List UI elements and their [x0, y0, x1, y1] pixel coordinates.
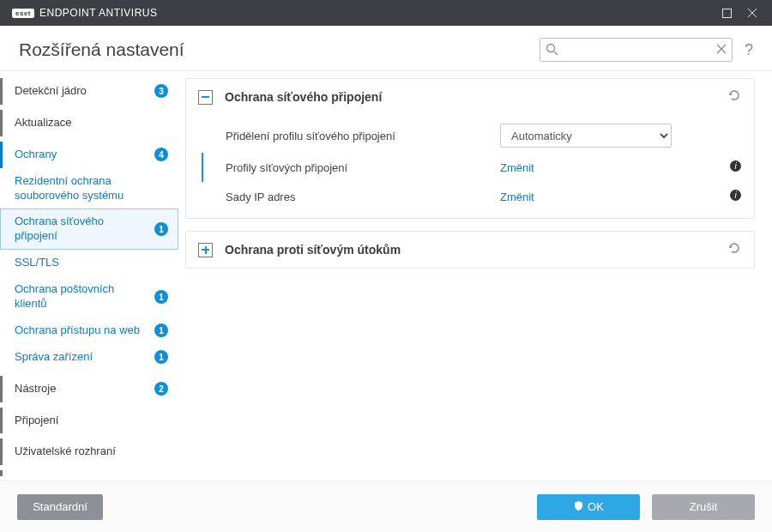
maximize-icon	[722, 9, 732, 18]
collapse-icon	[198, 90, 213, 105]
header: Rozšířená nastavení ?	[0, 26, 772, 71]
sidebar-item-label: Ochrana přístupu na web	[15, 323, 149, 338]
brand-badge: eset	[12, 9, 34, 18]
sidebar-item-nastroje[interactable]: Nástroje 2	[0, 376, 178, 402]
sidebar-item-oznameni[interactable]: Oznámení 1	[0, 470, 178, 476]
svg-line-4	[554, 51, 558, 55]
sidebar-item-ochrana-postovnich-klientu[interactable]: Ochrana poštovních klientů 1	[0, 276, 178, 317]
help-button[interactable]: ?	[745, 41, 753, 59]
sidebar-item-label: Nástroje	[15, 382, 149, 396]
svg-point-3	[546, 45, 554, 52]
row-prideleni-profilu: Přidělení profilu síťového připojení Aut…	[186, 118, 754, 153]
undo-button[interactable]	[727, 240, 742, 259]
window-maximize-button[interactable]	[714, 0, 739, 26]
sidebar-item-rezidentni-ochrana[interactable]: Rezidentní ochrana souborového systému	[0, 168, 178, 209]
brand-text: ENDPOINT ANTIVIRUS	[39, 7, 157, 19]
row-profily-sitovych-pripojeni: Profily síťových připojení Změnit i	[202, 153, 754, 182]
row-label: Přidělení profilu síťového připojení	[226, 130, 500, 142]
zmenit-link[interactable]: Změnit	[500, 161, 534, 174]
panel-title: Ochrana síťového připojení	[225, 90, 727, 104]
sidebar-item-label: Připojení	[15, 414, 168, 428]
default-button[interactable]: Standardní	[17, 494, 103, 520]
clear-search-button[interactable]	[715, 43, 727, 58]
sidebar-item-aktualizace[interactable]: Aktualizace	[0, 110, 178, 136]
shield-icon	[573, 500, 584, 514]
svg-rect-0	[722, 9, 731, 17]
sidebar-item-ochrany[interactable]: Ochrany 4	[0, 142, 178, 168]
sidebar-item-uzivatelske-rozhrani[interactable]: Uživatelské rozhraní	[0, 438, 178, 465]
expand-icon	[198, 243, 213, 257]
sidebar-item-label: Aktualizace	[15, 116, 168, 130]
cancel-button[interactable]: Zrušit	[652, 494, 755, 520]
sidebar-item-ochrana-sitoveho-pripojeni[interactable]: Ochrana síťového připojení 1	[0, 209, 178, 250]
panel-header[interactable]: Ochrana proti síťovým útokům	[186, 232, 754, 268]
count-badge: 3	[154, 84, 168, 98]
sidebar-item-label: Rezidentní ochrana souborového systému	[15, 174, 168, 203]
window-close-button[interactable]	[739, 0, 765, 26]
count-badge: 1	[154, 323, 168, 337]
panel-title: Ochrana proti síťovým útokům	[225, 243, 727, 257]
zmenit-link[interactable]: Změnit	[500, 190, 534, 203]
count-badge: 1	[154, 222, 168, 236]
count-badge: 4	[154, 148, 168, 161]
panel-ochrana-sitoveho-pripojeni: Ochrana síťového připojení Přidělení pro…	[185, 78, 755, 219]
row-label: Sady IP adres	[226, 190, 500, 203]
page-title: Rozšířená nastavení	[19, 39, 540, 60]
sidebar-item-label: Ochrany	[15, 148, 149, 162]
profil-select[interactable]: Automaticky	[500, 124, 672, 148]
sidebar-item-label: Detekční jádro	[15, 84, 149, 99]
row-label: Profily síťových připojení	[226, 161, 500, 174]
ok-button[interactable]: OK	[537, 494, 640, 520]
footer: Standardní OK Zrušit	[0, 481, 772, 532]
sidebar-item-label: Správa zařízení	[15, 350, 149, 365]
search-icon	[546, 43, 558, 59]
info-button[interactable]: i	[720, 160, 742, 175]
sidebar-item-sprava-zarizeni[interactable]: Správa zařízení 1	[0, 344, 178, 371]
info-icon: i	[729, 189, 742, 202]
ok-label: OK	[588, 500, 604, 513]
search-input[interactable]	[540, 38, 733, 62]
close-icon	[747, 8, 757, 18]
count-badge: 2	[154, 382, 168, 396]
panel-ochrana-proti-sitovym-utokum: Ochrana proti síťovým útokům	[185, 231, 755, 269]
content-area: Ochrana síťového připojení Přidělení pro…	[178, 71, 772, 476]
sidebar-item-label: Ochrana síťového připojení	[15, 215, 149, 244]
sidebar-item-pripojeni[interactable]: Připojení	[0, 408, 178, 434]
sidebar-item-label: Uživatelské rozhraní	[15, 444, 168, 459]
row-sady-ip-adres: Sady IP adres Změnit i	[186, 182, 754, 211]
count-badge: 1	[154, 290, 168, 304]
search-box	[540, 38, 733, 62]
count-badge: 1	[154, 350, 168, 364]
title-bar: eset ENDPOINT ANTIVIRUS	[0, 0, 772, 26]
sidebar-item-ochrana-pristupu-na-web[interactable]: Ochrana přístupu na web 1	[0, 317, 178, 344]
sidebar-item-ssl-tls[interactable]: SSL/TLS	[0, 250, 178, 276]
info-icon: i	[729, 160, 742, 172]
sidebar-item-label: Ochrana poštovních klientů	[15, 282, 149, 311]
info-button[interactable]: i	[720, 189, 742, 204]
sidebar-item-detekcni-jadro[interactable]: Detekční jádro 3	[0, 78, 178, 105]
panel-header[interactable]: Ochrana síťového připojení	[186, 79, 754, 115]
sidebar-item-label: SSL/TLS	[15, 256, 168, 270]
sidebar: Detekční jádro 3 Aktualizace Ochrany 4 R…	[0, 71, 178, 476]
undo-button[interactable]	[727, 88, 742, 106]
